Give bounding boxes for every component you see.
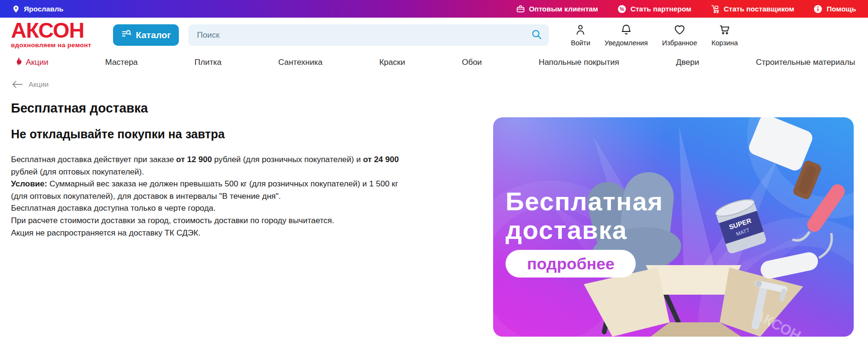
- user-icon: [574, 23, 587, 38]
- action-label: Избранное: [662, 39, 697, 47]
- promo-paragraph: Условие: Суммарный вес заказа не должен …: [11, 178, 400, 202]
- header: АКСОН вдохновляем на ремонт Каталог Войт…: [0, 18, 868, 52]
- heart-icon: [673, 23, 686, 38]
- nav-item-paints[interactable]: Краски: [379, 58, 405, 67]
- nav-item-label: Строительные материалы: [756, 58, 855, 67]
- nav-item-flooring[interactable]: Напольные покрытия: [538, 58, 619, 67]
- handtruck-icon: [711, 4, 720, 14]
- nav-item-tile[interactable]: Плитка: [195, 58, 222, 67]
- promo-paragraph: Акция не распространяется на доставку ТК…: [11, 227, 400, 239]
- promo-banner[interactable]: АКСОН SUPER MATT: [493, 117, 854, 337]
- logo-title: АКСОН: [11, 21, 101, 40]
- nav-item-label: Сантехника: [279, 58, 323, 67]
- topbar-link-label: Помощь: [827, 5, 856, 13]
- nav-item-promotions[interactable]: Акции: [14, 57, 49, 68]
- back-arrow-icon[interactable]: [12, 81, 22, 88]
- flame-icon: [14, 57, 22, 68]
- topbar-link-partner[interactable]: % Стать партнером: [617, 4, 692, 14]
- main-nav: Акции Мастера Плитка Сантехника Краски О…: [0, 52, 868, 72]
- nav-item-plumbing[interactable]: Сантехника: [279, 58, 323, 67]
- breadcrumb-promotions[interactable]: Акции: [29, 80, 49, 88]
- search-bar: [188, 24, 549, 46]
- svg-text:%: %: [620, 6, 624, 11]
- topbar: Ярославль Оптовым клиентам % Стать партн…: [0, 0, 868, 18]
- nav-item-building-materials[interactable]: Строительные материалы: [756, 58, 855, 67]
- location-label: Ярославль: [24, 5, 63, 13]
- login-button[interactable]: Войти: [571, 23, 590, 47]
- nav-item-label: Двери: [676, 58, 699, 67]
- topbar-link-wholesale[interactable]: Оптовым клиентам: [516, 4, 598, 13]
- topbar-link-label: Стать партнером: [630, 5, 692, 13]
- search-input[interactable]: [197, 31, 531, 40]
- page-title: Бесплатная доставка: [11, 101, 400, 116]
- nav-item-label: Обои: [462, 58, 482, 67]
- banner-title-line1: Бесплатная: [506, 187, 663, 216]
- promo-paragraph: Бесплатная доставка действует при заказе…: [11, 154, 400, 178]
- promo-content: Бесплатная доставка Не откладывайте поку…: [11, 101, 400, 239]
- catalog-menu-search-icon: [121, 29, 132, 41]
- logo[interactable]: АКСОН вдохновляем на ремонт: [11, 21, 101, 48]
- nav-item-masters[interactable]: Мастера: [105, 58, 138, 67]
- bell-icon: [620, 23, 632, 38]
- cart-button[interactable]: Корзина: [712, 23, 738, 47]
- location-pin-icon: [12, 4, 20, 14]
- promo-paragraph: При расчете стоимости доставки за город,…: [11, 215, 400, 227]
- catalog-button-label: Каталог: [136, 30, 171, 41]
- nav-item-label: Напольные покрытия: [538, 58, 619, 67]
- logo-tagline: вдохновляем на ремонт: [11, 41, 101, 49]
- cart-icon: [718, 23, 731, 38]
- search-icon: [531, 29, 542, 41]
- nav-item-label: Плитка: [195, 58, 222, 67]
- notifications-button[interactable]: Уведомления: [605, 23, 648, 47]
- topbar-link-label: Стать поставщиком: [724, 5, 795, 13]
- promo-paragraph: Бесплатная доставка доступна только в че…: [11, 202, 400, 215]
- topbar-link-label: Оптовым клиентам: [529, 5, 598, 13]
- location-selector[interactable]: Ярославль: [12, 4, 63, 14]
- briefcase-icon: [516, 4, 525, 13]
- topbar-links: Оптовым клиентам % Стать партнером Стать…: [516, 4, 856, 14]
- search-submit-button[interactable]: [531, 29, 542, 41]
- nav-item-label: Акции: [26, 58, 49, 67]
- promo-paragraphs: Бесплатная доставка действует при заказе…: [11, 154, 400, 239]
- action-label: Уведомления: [605, 39, 648, 47]
- header-actions: Войти Уведомления Избранное Корзина: [571, 23, 738, 47]
- catalog-button[interactable]: Каталог: [113, 24, 179, 46]
- nav-item-label: Краски: [379, 58, 405, 67]
- action-label: Корзина: [712, 39, 738, 47]
- percent-badge-icon: %: [617, 4, 627, 14]
- topbar-link-help[interactable]: Помощь: [813, 4, 856, 14]
- banner-title-line2: доставка: [506, 216, 663, 244]
- page-subtitle: Не откладывайте покупки на завтра: [11, 127, 400, 141]
- nav-item-doors[interactable]: Двери: [676, 58, 699, 67]
- nav-item-label: Мастера: [105, 58, 138, 67]
- banner-details-button[interactable]: подробнее: [506, 250, 636, 278]
- breadcrumb: Акции: [12, 80, 868, 88]
- info-icon: [813, 4, 823, 14]
- nav-item-wallpaper[interactable]: Обои: [462, 58, 482, 67]
- action-label: Войти: [571, 39, 590, 47]
- favorites-button[interactable]: Избранное: [662, 23, 697, 47]
- banner-title: Бесплатная доставка: [506, 187, 663, 244]
- topbar-link-supplier[interactable]: Стать поставщиком: [711, 4, 795, 14]
